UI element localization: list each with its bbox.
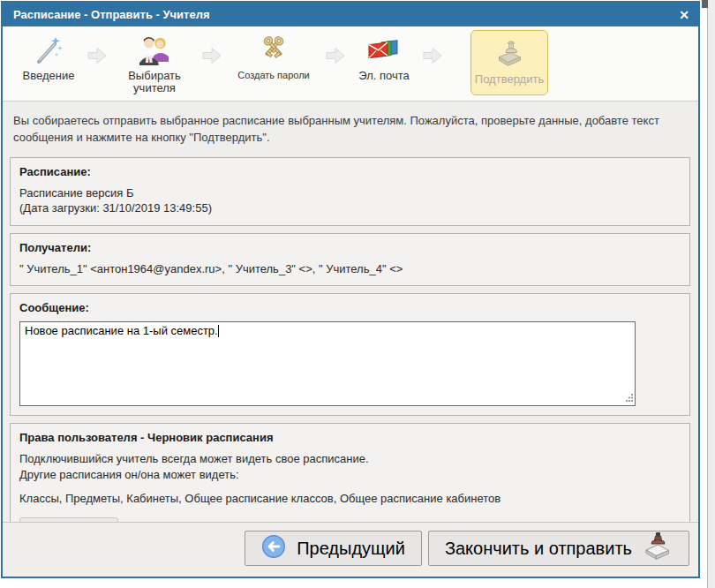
background-corner xyxy=(702,0,708,8)
rights-line-own-schedule: Подключившийся учитель всегда может виде… xyxy=(19,451,681,467)
wizard-step-label: Создать пароли xyxy=(237,70,310,80)
step-arrow-icon xyxy=(419,46,446,65)
schedule-section: Расписание: Расписание версия Б (Дата за… xyxy=(10,157,690,226)
message-section: Сообщение: Новое расписание на 1-ый семе… xyxy=(10,293,690,416)
two-people-icon xyxy=(138,34,171,67)
wizard-step-introduction: Введение xyxy=(13,26,84,82)
wizard-step-email: Эл. почта xyxy=(349,26,419,82)
background-right-column xyxy=(708,0,715,588)
footer-bar: Предыдущий Закончить и отправить xyxy=(3,522,698,577)
dialog-title: Расписание - Отправить - Учителя xyxy=(13,8,679,21)
text-caret xyxy=(218,325,219,337)
stamp-icon xyxy=(493,39,526,71)
recipients-list: " Учитель_1" <антон1964@yandex.ru>, " Уч… xyxy=(19,261,681,277)
recipients-section-header: Получатели: xyxy=(19,241,681,254)
wizard-step-create-passwords: Создать пароли xyxy=(225,26,322,80)
wizard-step-label: Введение xyxy=(23,70,75,82)
dialog-titlebar: Расписание - Отправить - Учителя ✕ xyxy=(3,3,698,26)
user-rights-header: Права пользователя - Черновик расписания xyxy=(19,431,681,444)
finish-and-send-button[interactable]: Закончить и отправить xyxy=(428,531,689,566)
step-arrow-icon xyxy=(84,46,110,65)
wizard-step-label: Выбирать учителя xyxy=(124,70,185,95)
message-section-header: Сообщение: xyxy=(19,301,681,314)
message-text: Новое расписание на 1-ый семестр. xyxy=(25,324,218,337)
finish-and-send-button-label: Закончить и отправить xyxy=(445,539,632,559)
magic-wand-icon xyxy=(33,34,64,67)
wizard-step-select-teachers: Выбирать учителя xyxy=(110,26,199,95)
wizard-step-label: Эл. почта xyxy=(358,70,410,82)
rights-line-other-can-see: Другие расписания он/она может видеть: xyxy=(19,467,681,483)
intro-text: Вы собираетесь отправить выбранное распи… xyxy=(3,102,698,150)
schedule-upload-date: (Дата загрузки: 31/10/2019 13:49:55) xyxy=(19,200,681,216)
crossed-keys-icon xyxy=(255,34,292,67)
wizard-step-label: Подтвердить xyxy=(475,73,544,86)
schedule-section-header: Расписание: xyxy=(19,165,681,178)
mail-envelopes-icon xyxy=(366,34,402,67)
stamp-color-icon xyxy=(643,531,673,566)
recipients-section: Получатели: " Учитель_1" <антон1964@yand… xyxy=(10,233,690,287)
resize-grip-icon[interactable] xyxy=(625,391,634,404)
wizard-steps-bar: Введение Выбирать учителя xyxy=(3,26,698,102)
previous-button-label: Предыдущий xyxy=(297,539,405,559)
wizard-step-confirm-active: Подтвердить xyxy=(470,30,548,95)
previous-button[interactable]: Предыдущий xyxy=(245,531,422,566)
send-schedule-dialog: Расписание - Отправить - Учителя ✕ Введе… xyxy=(1,1,700,578)
close-icon[interactable]: ✕ xyxy=(679,9,689,21)
step-arrow-icon xyxy=(199,46,225,65)
step-arrow-icon xyxy=(322,46,349,65)
message-textarea[interactable]: Новое расписание на 1-ый семестр. xyxy=(19,321,636,406)
back-arrow-icon xyxy=(261,534,286,563)
schedule-name: Расписание версия Б xyxy=(19,185,681,201)
rights-visible-items: Классы, Предметы, Кабинеты, Общее распис… xyxy=(19,491,681,507)
